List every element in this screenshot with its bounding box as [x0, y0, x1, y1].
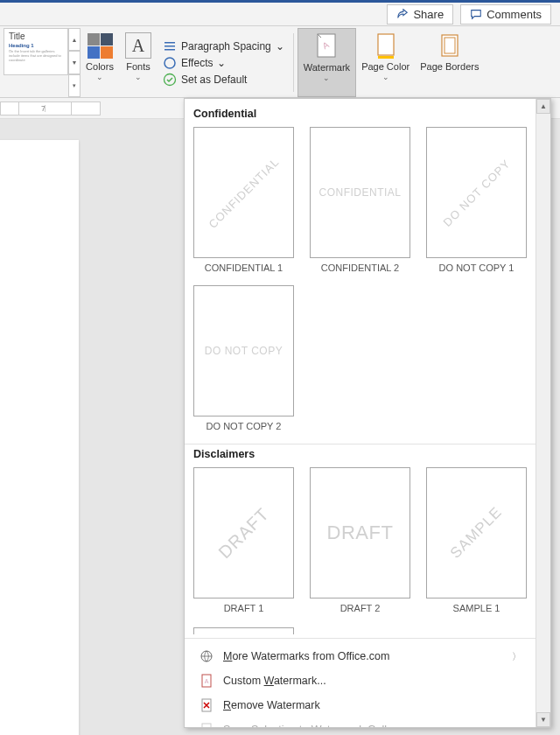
title-bar: Share Comments: [0, 0, 560, 26]
watermark-tile-confidential-2[interactable]: CONFIDENTIAL CONFIDENTIAL 2: [310, 127, 410, 273]
svg-rect-8: [378, 56, 394, 59]
svg-rect-2: [164, 49, 175, 51]
remove-icon: [199, 697, 214, 713]
svg-rect-1: [164, 46, 175, 47]
watermark-tile-draft-2[interactable]: DRAFT DRAFT 2: [310, 467, 410, 613]
svg-text:A: A: [205, 678, 209, 684]
tile-label: SAMPLE 1: [426, 598, 527, 613]
effects-label: Effects: [181, 57, 213, 69]
watermark-gallery: Confidential CONFIDENTIAL CONFIDENTIAL 1…: [184, 98, 551, 728]
chevron-down-icon: ⌄: [276, 40, 284, 52]
effects-icon: [163, 56, 177, 70]
section-header-confidential: Confidential: [193, 104, 527, 127]
share-button[interactable]: Share: [387, 4, 453, 24]
chevron-down-icon: ⌄: [135, 73, 142, 81]
watermark-icon: A: [312, 32, 340, 60]
watermark-tile-donotcopy-2[interactable]: DO NOT COPY DO NOT COPY 2: [193, 285, 294, 431]
page-borders-label: Page Borders: [420, 61, 479, 73]
custom-watermark-item[interactable]: A Custom Watermark...: [193, 668, 527, 693]
formatting-stack: Paragraph Spacing ⌄ Effects ⌄ Set as Def…: [158, 28, 290, 97]
save-selection-item: Save Selection to Watermark Gallery...: [193, 718, 527, 727]
comments-button[interactable]: Comments: [460, 4, 551, 24]
watermark-tile-donotcopy-1[interactable]: DO NOT COPY DO NOT COPY 1: [426, 127, 527, 273]
set-default-button[interactable]: Set as Default: [163, 73, 284, 87]
horizontal-ruler[interactable]: 7: [0, 102, 101, 116]
chevron-down-icon: ⌄: [323, 74, 330, 82]
scroll-up-arrow[interactable]: ▲: [536, 99, 550, 114]
watermark-tile-draft-1[interactable]: DRAFT DRAFT 1: [193, 467, 294, 613]
save-selection-label: Save Selection to Watermark Gallery...: [223, 724, 410, 727]
page-color-icon: [372, 32, 400, 60]
globe-icon: [199, 648, 214, 664]
theme-gallery-arrows: ▲ ▼ ▾: [68, 28, 80, 97]
tile-label: DRAFT 1: [193, 598, 294, 613]
theme-title-text: Title: [9, 32, 63, 41]
tile-label: CONFIDENTIAL 2: [310, 258, 410, 273]
page-borders-icon: [436, 32, 464, 60]
watermark-tile-sample-1[interactable]: SAMPLE SAMPLE 1: [426, 467, 527, 613]
share-label: Share: [413, 8, 444, 21]
comments-label: Comments: [486, 8, 542, 21]
paragraph-spacing-button[interactable]: Paragraph Spacing ⌄: [163, 39, 284, 53]
watermark-button[interactable]: A Watermark ⌄: [298, 28, 356, 97]
scroll-down-arrow[interactable]: ▼: [536, 712, 550, 727]
theme-up-arrow[interactable]: ▲: [68, 28, 80, 51]
fonts-icon: A: [125, 32, 151, 59]
chevron-down-icon: ⌄: [96, 73, 103, 81]
partial-tile[interactable]: [193, 627, 294, 634]
theme-gallery-preview[interactable]: Title Heading 1 On the Insert tab the ga…: [4, 28, 68, 75]
colors-icon: [88, 33, 113, 59]
svg-rect-7: [378, 34, 394, 55]
theme-heading-text: Heading 1: [9, 43, 63, 48]
comments-icon: [470, 8, 482, 20]
colors-button[interactable]: Colors ⌄: [80, 28, 119, 97]
section-header-disclaimers: Disclaimers: [193, 444, 527, 467]
remove-watermark-item[interactable]: Remove Watermark: [193, 693, 527, 718]
page-color-label: Page Color: [361, 61, 410, 73]
paragraph-spacing-icon: [163, 39, 177, 53]
remove-watermark-label: Remove Watermark: [223, 699, 320, 711]
tile-label: DRAFT 2: [310, 598, 410, 613]
separator: [293, 33, 294, 92]
effects-button[interactable]: Effects ⌄: [163, 56, 284, 70]
chevron-right-icon: 〉: [512, 650, 522, 663]
page-borders-button[interactable]: Page Borders: [415, 28, 484, 97]
page-icon: A: [199, 673, 214, 689]
theme-down-arrow[interactable]: ▼: [68, 51, 80, 74]
tile-label: DO NOT COPY 2: [193, 416, 294, 431]
theme-more-arrow[interactable]: ▾: [68, 74, 80, 97]
watermark-tile-confidential-1[interactable]: CONFIDENTIAL CONFIDENTIAL 1: [193, 127, 294, 273]
custom-watermark-label: Custom Watermark...: [223, 675, 326, 687]
more-watermarks-label: More Watermarks from Office.com: [223, 650, 389, 662]
svg-rect-0: [164, 42, 175, 44]
chevron-down-icon: ⌄: [217, 57, 226, 69]
page-color-button[interactable]: Page Color ⌄: [356, 28, 415, 97]
fonts-button[interactable]: A Fonts ⌄: [119, 28, 158, 97]
tile-label: CONFIDENTIAL 1: [193, 258, 294, 273]
svg-rect-15: [202, 724, 211, 727]
set-default-label: Set as Default: [181, 74, 247, 86]
gallery-scrollbar[interactable]: ▲ ▼: [536, 99, 550, 727]
ribbon: Title Heading 1 On the Insert tab the ga…: [0, 26, 560, 98]
paragraph-spacing-label: Paragraph Spacing: [181, 40, 271, 52]
watermark-label: Watermark: [304, 62, 350, 74]
save-gallery-icon: [199, 722, 214, 727]
tile-label: DO NOT COPY 1: [426, 258, 527, 273]
chevron-down-icon: ⌄: [382, 73, 389, 81]
more-watermarks-item[interactable]: More Watermarks from Office.com 〉: [193, 644, 527, 668]
document-page[interactable]: [0, 140, 79, 735]
fonts-label: Fonts: [126, 61, 150, 73]
colors-label: Colors: [86, 61, 114, 73]
share-icon: [396, 8, 409, 20]
checkmark-icon: [163, 73, 177, 87]
svg-point-3: [164, 58, 175, 68]
